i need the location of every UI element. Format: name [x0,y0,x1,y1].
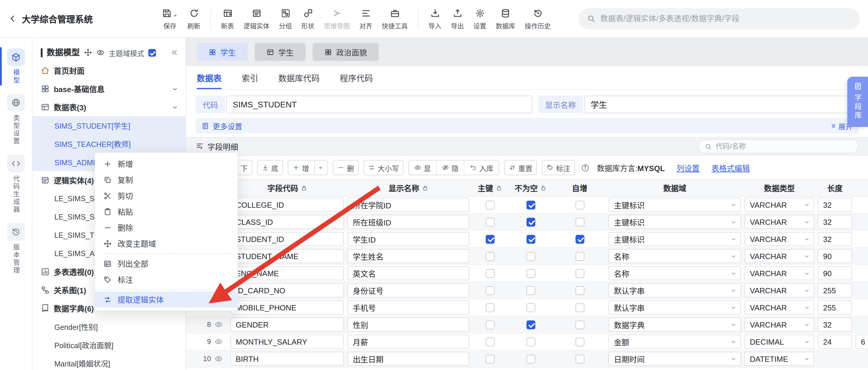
length-cell[interactable]: 90 [818,249,852,263]
field-name-cell[interactable]: 性别 [347,317,469,332]
info-icon[interactable] [581,163,590,172]
link-列设置[interactable]: 列设置 [677,162,700,173]
toolbar-button-删[interactable]: 删 [333,160,359,175]
not-null-checkbox[interactable] [526,252,535,261]
data-type-select[interactable]: VARCHAR [745,300,814,314]
not-null-checkbox[interactable] [526,217,535,226]
data-domain-select[interactable]: 默认字串 [609,283,741,297]
row-handle[interactable]: 8 [186,321,229,329]
rail-item-version[interactable]: 版本管理 [0,218,32,279]
menu-item-新增[interactable]: 新增 [95,156,238,172]
not-null-checkbox[interactable] [526,303,535,312]
data-type-select[interactable]: VARCHAR [745,283,814,297]
toolbar-button-隐[interactable]: 隐 [436,161,464,175]
length-cell[interactable]: 32 [818,215,852,229]
field-search[interactable] [698,139,859,154]
menu-item-粘贴[interactable]: 粘贴 [95,204,238,220]
field-code-cell[interactable]: ENG_NAME [230,266,344,280]
data-domain-select[interactable]: 名称 [609,266,741,280]
tool-logical-entity[interactable]: 逻辑实体 [239,5,274,32]
data-domain-select[interactable]: 主键标识 [609,232,741,246]
auto-increment-checkbox[interactable] [575,355,584,363]
primary-key-checkbox[interactable] [486,235,494,243]
sub-tab[interactable]: 程序代码 [340,66,373,89]
data-domain-select[interactable]: 主键标识 [609,215,741,229]
data-domain-select[interactable]: 名称 [609,249,741,263]
primary-key-checkbox[interactable] [486,217,494,226]
move-icon[interactable] [84,48,92,57]
length-cell[interactable]: 32 [818,198,852,212]
code-input[interactable] [226,96,532,113]
tool-mindmap[interactable]: 思维导图 [320,5,354,32]
auto-increment-checkbox[interactable] [575,269,584,278]
toolbar-button-大小写[interactable]: 大小写 [363,160,404,175]
primary-key-checkbox[interactable] [486,320,494,329]
field-name-cell[interactable]: 学生姓名 [347,249,469,263]
auto-increment-checkbox[interactable] [575,286,584,295]
data-type-select[interactable]: VARCHAR [745,232,814,246]
length-cell[interactable]: 90 [818,266,852,280]
toolbar-button-底[interactable]: 底 [257,160,283,175]
length-cell[interactable]: 255 [818,300,852,314]
field-library-button[interactable]: 字段库 [847,77,868,127]
auto-increment-checkbox[interactable] [575,320,584,329]
menu-item-列出全部[interactable]: 列出全部 [95,256,238,271]
length-cell[interactable]: 32 [818,317,852,332]
more-settings-link[interactable]: 更多设置 [202,120,242,131]
global-search-input[interactable] [600,14,851,23]
data-domain-select[interactable]: 日期时间 [609,352,741,366]
field-code-cell[interactable]: GENDER [230,317,344,332]
data-type-select[interactable]: VARCHAR [745,317,814,332]
auto-increment-checkbox[interactable] [575,303,584,312]
primary-key-checkbox[interactable] [486,252,494,261]
not-null-checkbox[interactable] [526,269,535,278]
field-code-cell[interactable]: STUDENT_NAME [230,249,344,263]
field-name-cell[interactable]: 学生ID [347,232,469,246]
not-null-checkbox[interactable] [526,286,535,295]
doc-tab[interactable]: 学生 [197,43,248,61]
data-domain-select[interactable]: 数据字典 [609,317,741,332]
not-null-checkbox[interactable] [526,320,535,329]
primary-key-checkbox[interactable] [486,200,494,209]
field-name-cell[interactable]: 月薪 [347,335,469,349]
sidebar-section[interactable]: 数据表(3) [32,98,186,116]
length-cell[interactable]: 32 [818,232,852,246]
sub-tab[interactable]: 数据库代码 [278,66,320,89]
chevron-down-icon[interactable] [172,104,179,111]
sub-tab[interactable]: 索引 [242,66,258,89]
theme-domain-mode-checkbox[interactable] [148,49,156,56]
tool-import[interactable]: 导入 [424,5,445,32]
tool-group[interactable]: 分组 [275,5,296,32]
tool-save[interactable]: 保存 [158,5,182,32]
toolbar-button-重置[interactable]: 重置 [504,160,537,175]
field-search-input[interactable] [716,142,852,150]
doc-tab[interactable]: 学生 [255,43,306,61]
tool-refresh[interactable]: 刷新 [183,5,205,32]
not-null-checkbox[interactable] [526,337,535,346]
rail-item-code-generator[interactable]: 代码生成器 [0,150,32,218]
field-code-cell[interactable]: COLLEGE_ID [230,198,344,212]
data-type-select[interactable]: DATETIME [745,352,814,366]
sidebar-item-home-cover[interactable]: 首页封面 [32,61,186,80]
menu-item-改变主题域[interactable]: 改变主题域 [95,235,238,251]
data-type-select[interactable]: VARCHAR [745,266,814,280]
field-name-cell[interactable]: 所在学院ID [347,198,469,212]
tool-export[interactable]: 导出 [447,5,468,32]
field-name-cell[interactable]: 英文名 [347,266,469,280]
primary-key-checkbox[interactable] [486,286,494,295]
field-code-cell[interactable]: BIRTH [230,352,344,366]
not-null-checkbox[interactable] [526,355,535,363]
menu-item-复制[interactable]: 复制 [95,172,238,188]
length-cell[interactable]: 255 [818,283,852,297]
sidebar-item-base-group[interactable]: base-基础信息 [32,80,186,98]
data-type-select[interactable]: VARCHAR [745,198,814,212]
menu-item-删除[interactable]: 删除 [95,220,238,235]
toolbar-button-显[interactable]: 显 [409,161,436,175]
menu-item-提取逻辑实体[interactable]: 提取逻辑实体 [95,292,238,307]
not-null-checkbox[interactable] [526,200,535,209]
tool-quick-tools[interactable]: 快捷工具 [378,5,412,32]
primary-key-checkbox[interactable] [486,337,494,346]
collapse-sidebar-button[interactable] [170,48,179,57]
auto-increment-checkbox[interactable] [575,217,584,226]
field-code-cell[interactable]: MOBILE_PHONE [230,300,344,314]
